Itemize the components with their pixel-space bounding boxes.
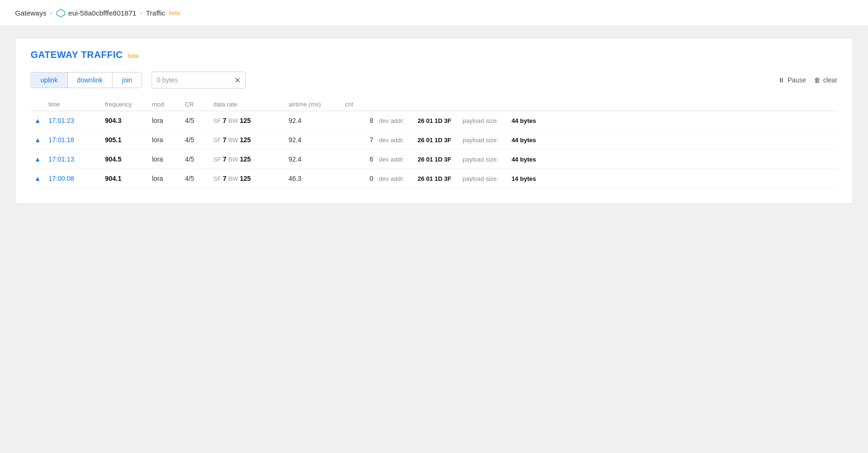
filter-clear-button[interactable]: ✕ (234, 76, 241, 85)
col-airtime: airtime (ms) (289, 101, 345, 108)
sf-label: SF (213, 137, 223, 144)
dev-addr-label: dev addr: (379, 175, 404, 182)
sf-val: 7 (223, 117, 226, 124)
filter-box: 0 bytes ✕ (152, 72, 246, 89)
row-mod: lora (152, 175, 185, 182)
row-details: dev addr: 26 01 1D 3F payload size: 44 b… (373, 156, 834, 163)
main-content: GATEWAY TRAFFIC beta uplink downlink joi… (0, 26, 868, 215)
breadcrumb: Gateways › eui-58a0cbfffe801871 › Traffi… (15, 8, 180, 18)
clear-label: clear (823, 76, 837, 84)
direction-icon: ▲ (34, 155, 48, 163)
col-cnt: cnt (345, 101, 373, 108)
dev-addr-val: 26 01 1D 3F (418, 137, 451, 144)
breadcrumb-gateway-id[interactable]: eui-58a0cbfffe801871 (68, 9, 137, 17)
row-cr: 4/5 (185, 117, 213, 124)
row-datarate: SF 7 BW 125 (213, 155, 289, 163)
payload-val: 44 bytes (512, 137, 536, 144)
filter-value: 0 bytes (157, 76, 234, 84)
row-datarate: SF 7 BW 125 (213, 136, 289, 144)
table-body: ▲ 17:01:23 904.3 lora 4/5 SF 7 BW 125 92… (31, 111, 837, 188)
dev-addr-val: 26 01 1D 3F (418, 117, 451, 124)
direction-icon: ▲ (34, 136, 48, 144)
dev-addr-val: 26 01 1D 3F (418, 156, 451, 163)
table-row[interactable]: ▲ 17:01:23 904.3 lora 4/5 SF 7 BW 125 92… (31, 111, 837, 130)
tab-downlink[interactable]: downlink (68, 73, 113, 88)
row-cr: 4/5 (185, 175, 213, 182)
row-datarate: SF 7 BW 125 (213, 117, 289, 124)
row-time: 17:01:23 (48, 117, 105, 124)
row-mod: lora (152, 117, 185, 124)
payload-label: payload size: (463, 175, 498, 182)
sf-val: 7 (223, 175, 226, 182)
page-beta-badge: beta (128, 53, 138, 59)
row-airtime: 92.4 (289, 136, 345, 144)
pause-label: Pause (788, 76, 806, 84)
tabs: uplink downlink join (31, 72, 142, 88)
payload-label: payload size: (463, 137, 498, 144)
bw-label: BW (228, 117, 240, 124)
breadcrumb-gateways[interactable]: Gateways (15, 9, 47, 17)
row-datarate: SF 7 BW 125 (213, 175, 289, 182)
topbar: Gateways › eui-58a0cbfffe801871 › Traffi… (0, 0, 868, 26)
toolbar-actions: ⏸ Pause 🗑 clear (778, 76, 837, 84)
sf-label: SF (213, 117, 223, 124)
bw-label: BW (228, 137, 240, 144)
tab-join[interactable]: join (113, 73, 142, 88)
row-details: dev addr: 26 01 1D 3F payload size: 44 b… (373, 117, 834, 124)
row-details: dev addr: 26 01 1D 3F payload size: 44 b… (373, 137, 834, 144)
dev-addr-label: dev addr: (379, 117, 404, 124)
row-cnt: 7 (345, 136, 373, 144)
bw-val: 125 (240, 175, 250, 182)
payload-val: 44 bytes (512, 117, 536, 124)
breadcrumb-sep-1: › (50, 9, 52, 16)
payload-label: payload size: (463, 156, 498, 163)
bw-val: 125 (240, 136, 250, 144)
row-cnt: 6 (345, 155, 373, 163)
row-frequency: 904.5 (105, 155, 152, 163)
bw-val: 125 (240, 155, 250, 163)
row-airtime: 92.4 (289, 117, 345, 124)
col-direction (34, 101, 48, 108)
direction-icon: ▲ (34, 175, 48, 182)
row-cr: 4/5 (185, 136, 213, 144)
row-cr: 4/5 (185, 155, 213, 163)
sf-label: SF (213, 175, 223, 182)
row-cnt: 0 (345, 175, 373, 182)
col-frequency: frequency (105, 101, 152, 108)
table-row[interactable]: ▲ 17:00:08 904.1 lora 4/5 SF 7 BW 125 46… (31, 169, 837, 188)
breadcrumb-beta-badge: beta (169, 10, 180, 16)
pause-icon: ⏸ (778, 76, 785, 84)
col-mod: mod. (152, 101, 185, 108)
page-title: GATEWAY TRAFFIC (31, 49, 123, 60)
payload-val: 44 bytes (512, 156, 536, 163)
row-cnt: 8 (345, 117, 373, 124)
row-frequency: 904.3 (105, 117, 152, 124)
col-time: time (48, 101, 105, 108)
dev-addr-val: 26 01 1D 3F (418, 175, 451, 182)
pause-button[interactable]: ⏸ Pause (778, 76, 806, 84)
tab-uplink[interactable]: uplink (31, 73, 68, 88)
table-row[interactable]: ▲ 17:01:18 905.1 lora 4/5 SF 7 BW 125 92… (31, 130, 837, 150)
row-frequency: 905.1 (105, 136, 152, 144)
row-airtime: 92.4 (289, 155, 345, 163)
clear-button[interactable]: 🗑 clear (814, 76, 837, 84)
traffic-table: time frequency mod. CR data rate airtime… (31, 98, 837, 188)
col-datarate: data rate (213, 101, 289, 108)
row-details: dev addr: 26 01 1D 3F payload size: 14 b… (373, 175, 834, 182)
dev-addr-label: dev addr: (379, 137, 404, 144)
row-time: 17:00:08 (48, 175, 105, 182)
row-mod: lora (152, 136, 185, 144)
payload-val: 14 bytes (512, 175, 536, 182)
breadcrumb-traffic: Traffic (146, 9, 165, 17)
breadcrumb-sep-2: › (140, 9, 142, 16)
sf-val: 7 (223, 136, 226, 144)
trash-icon: 🗑 (814, 76, 820, 84)
bw-val: 125 (240, 117, 250, 124)
row-mod: lora (152, 155, 185, 163)
row-time: 17:01:13 (48, 155, 105, 163)
row-airtime: 46.3 (289, 175, 345, 182)
table-row[interactable]: ▲ 17:01:13 904.5 lora 4/5 SF 7 BW 125 92… (31, 150, 837, 169)
bw-label: BW (228, 156, 240, 163)
traffic-card: GATEWAY TRAFFIC beta uplink downlink joi… (15, 38, 853, 204)
gateway-icon (56, 8, 65, 18)
